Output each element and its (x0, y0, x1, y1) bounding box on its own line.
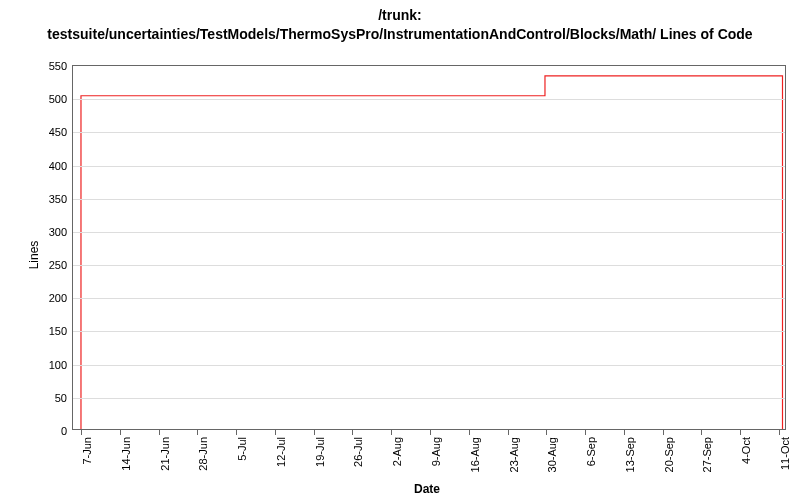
gridline (73, 398, 785, 399)
x-axis-label: Date (414, 482, 440, 496)
chart-title: /trunk: testsuite/uncertainties/TestMode… (0, 0, 800, 44)
y-tick-label: 100 (49, 359, 73, 371)
gridline (73, 232, 785, 233)
x-tick-mark (159, 430, 160, 435)
x-tick-mark (275, 430, 276, 435)
x-tick-label: 28-Jun (197, 437, 209, 471)
gridline (73, 99, 785, 100)
x-tick-label: 9-Aug (430, 437, 442, 466)
x-tick-label: 16-Aug (469, 437, 481, 472)
gridline (73, 132, 785, 133)
x-tick-label: 7-Jun (81, 437, 93, 465)
loc-chart: /trunk: testsuite/uncertainties/TestMode… (0, 0, 800, 500)
x-tick-mark (740, 430, 741, 435)
gridline (73, 199, 785, 200)
x-tick-label: 20-Sep (663, 437, 675, 472)
x-tick-mark (663, 430, 664, 435)
x-tick-label: 19-Jul (314, 437, 326, 467)
x-tick-mark (81, 430, 82, 435)
x-tick-label: 4-Oct (740, 437, 752, 464)
y-tick-label: 50 (55, 392, 73, 404)
x-tick-mark (430, 430, 431, 435)
x-tick-mark (701, 430, 702, 435)
gridline (73, 265, 785, 266)
x-tick-label: 23-Aug (508, 437, 520, 472)
data-line (73, 66, 785, 429)
x-tick-label: 14-Jun (120, 437, 132, 471)
y-tick-label: 250 (49, 259, 73, 271)
x-tick-label: 13-Sep (624, 437, 636, 472)
y-tick-label: 350 (49, 193, 73, 205)
y-tick-label: 0 (61, 425, 73, 437)
x-tick-mark (546, 430, 547, 435)
plot-area: 0501001502002503003504004505005507-Jun14… (72, 65, 786, 430)
y-tick-label: 550 (49, 60, 73, 72)
y-tick-label: 450 (49, 126, 73, 138)
x-tick-label: 5-Jul (236, 437, 248, 461)
gridline (73, 365, 785, 366)
x-tick-mark (314, 430, 315, 435)
x-tick-mark (585, 430, 586, 435)
x-tick-label: 6-Sep (585, 437, 597, 466)
x-tick-label: 11-Oct (779, 437, 791, 470)
y-tick-label: 400 (49, 160, 73, 172)
x-tick-mark (779, 430, 780, 435)
x-tick-label: 21-Jun (159, 437, 171, 471)
x-tick-label: 2-Aug (391, 437, 403, 466)
x-tick-label: 30-Aug (546, 437, 558, 472)
x-tick-mark (508, 430, 509, 435)
series-line (81, 76, 783, 429)
y-tick-label: 200 (49, 292, 73, 304)
x-tick-label: 26-Jul (352, 437, 364, 467)
x-tick-mark (197, 430, 198, 435)
gridline (73, 298, 785, 299)
y-tick-label: 300 (49, 226, 73, 238)
x-tick-mark (352, 430, 353, 435)
y-tick-label: 500 (49, 93, 73, 105)
gridline (73, 166, 785, 167)
y-axis-label: Lines (27, 241, 41, 270)
x-tick-mark (120, 430, 121, 435)
x-tick-mark (391, 430, 392, 435)
x-tick-mark (236, 430, 237, 435)
y-tick-label: 150 (49, 325, 73, 337)
gridline (73, 331, 785, 332)
x-tick-mark (624, 430, 625, 435)
x-tick-label: 27-Sep (701, 437, 713, 472)
x-tick-label: 12-Jul (275, 437, 287, 467)
x-tick-mark (469, 430, 470, 435)
